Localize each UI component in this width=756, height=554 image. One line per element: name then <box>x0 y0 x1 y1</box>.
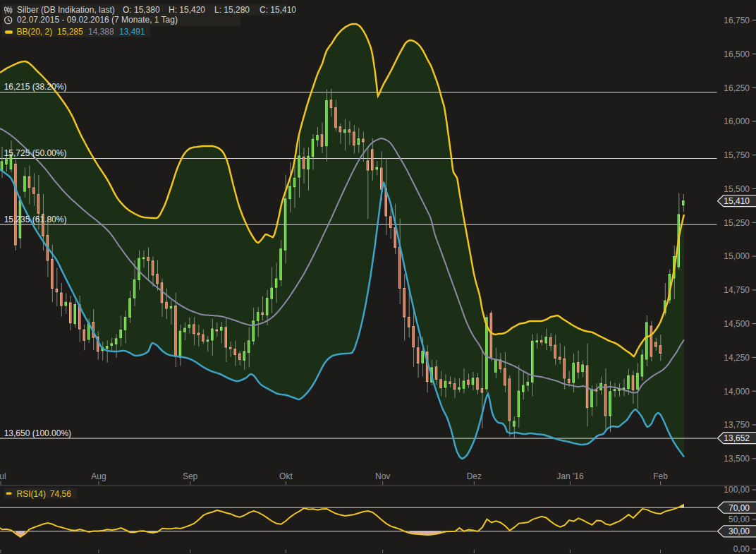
svg-text:BB(20, 2): BB(20, 2) <box>17 27 53 37</box>
svg-text:14,000: 14,000 <box>724 387 750 397</box>
svg-text:14,500: 14,500 <box>724 319 750 329</box>
svg-text:H: 15,420: H: 15,420 <box>169 5 205 15</box>
svg-text:16,750: 16,750 <box>724 16 750 25</box>
svg-text:15,235 (61.80%): 15,235 (61.80%) <box>4 215 67 224</box>
svg-text:13,650 (100.00%): 13,650 (100.00%) <box>4 428 71 438</box>
svg-text:C: 15,410: C: 15,410 <box>260 5 296 15</box>
svg-text:16,000: 16,000 <box>724 116 750 126</box>
svg-text:Jul: Jul <box>0 471 6 481</box>
svg-text:16,215 (38.20%): 16,215 (38.20%) <box>4 82 67 92</box>
svg-text:13,500: 13,500 <box>724 454 750 464</box>
svg-text:Okt: Okt <box>279 471 293 481</box>
svg-text:15,410: 15,410 <box>724 196 750 206</box>
svg-text:14,750: 14,750 <box>724 285 750 295</box>
svg-text:15,725 (50.00%): 15,725 (50.00%) <box>4 148 67 158</box>
svg-text:15,500: 15,500 <box>724 184 750 194</box>
svg-text:70,00: 70,00 <box>728 503 750 513</box>
svg-text:Sep: Sep <box>183 471 198 481</box>
svg-text:Dez: Dez <box>467 471 482 481</box>
svg-text:Feb: Feb <box>653 471 668 481</box>
svg-text:02.07.2015 - 09.02.2016 (7 Mon: 02.07.2015 - 09.02.2016 (7 Monate, 1 Tag… <box>17 15 178 25</box>
svg-text:14,388: 14,388 <box>88 27 114 37</box>
svg-text:0,00: 0,00 <box>733 544 750 554</box>
svg-text:16,250: 16,250 <box>724 83 750 93</box>
svg-text:13,491: 13,491 <box>119 27 145 37</box>
svg-text:16,500: 16,500 <box>724 49 750 59</box>
svg-text:14,250: 14,250 <box>724 353 750 363</box>
svg-text:15,000: 15,000 <box>724 251 750 261</box>
svg-text:Nov: Nov <box>375 471 390 481</box>
svg-text:RSI(14): RSI(14) <box>17 489 46 499</box>
svg-text:L: 15,280: L: 15,280 <box>214 5 250 15</box>
svg-text:15,750: 15,750 <box>724 150 750 160</box>
svg-text:O: 15,380: O: 15,380 <box>123 5 160 15</box>
svg-text:15,285: 15,285 <box>57 27 83 37</box>
svg-text:74,56: 74,56 <box>50 489 71 499</box>
svg-text:13,750: 13,750 <box>724 420 750 430</box>
svg-text:Aug: Aug <box>91 471 106 481</box>
svg-text:30,00: 30,00 <box>728 526 750 536</box>
svg-text:Silber (DB Indikation, last): Silber (DB Indikation, last) <box>17 5 115 15</box>
svg-text:Jan '16: Jan '16 <box>556 471 584 481</box>
svg-text:15,250: 15,250 <box>724 218 750 228</box>
svg-text:100,00: 100,00 <box>724 485 750 495</box>
svg-text:13,652: 13,652 <box>724 433 750 443</box>
svg-text:50,00: 50,00 <box>728 514 750 524</box>
